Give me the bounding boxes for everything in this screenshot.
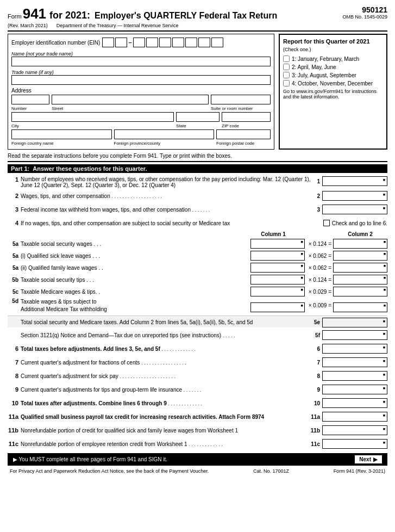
line2-input[interactable] [322, 191, 387, 201]
line1-desc: Number of employees who received wages, … [21, 176, 317, 188]
line7-label: 7 [317, 360, 320, 366]
line5aii-num: 5a [8, 265, 21, 271]
line5d-col1[interactable] [250, 302, 305, 312]
line6-input[interactable] [322, 344, 387, 354]
quarter-title: Report for this Quarter of 2021 [283, 38, 383, 45]
line9-label: 9 [317, 387, 320, 393]
col1-header: Column 1 [246, 231, 300, 237]
name-label: Name (not your trade name) [11, 51, 73, 57]
foreign-province[interactable] [114, 129, 215, 139]
ein-box-3[interactable] [133, 38, 145, 47]
line11a-label: 11a [311, 414, 320, 420]
address-state[interactable] [176, 112, 220, 122]
quarter-2-checkbox[interactable] [283, 64, 290, 70]
line5f-desc: Section 3121(q) Notice and Demand—Tax du… [21, 332, 315, 338]
quarter-4-checkbox[interactable] [283, 80, 290, 86]
address-zip[interactable] [222, 112, 271, 122]
line5b-col2[interactable] [333, 275, 387, 284]
line5a-col2[interactable] [333, 239, 387, 249]
line11b-label: 11b [311, 428, 320, 434]
line6-num: 6 [8, 345, 21, 352]
line4-desc: If no wages, tips, and other compensatio… [21, 220, 323, 226]
next-arrow-icon: ▶ [373, 456, 378, 462]
line5b-desc: Taxable social security tips . . . [21, 277, 250, 283]
suite-label: Suite or room number [211, 106, 253, 111]
line5a-col1[interactable] [250, 239, 305, 249]
name-input[interactable] [11, 57, 271, 66]
line11c-label: 11c [311, 441, 320, 447]
line6-desc: Total taxes before adjustments. Add line… [21, 346, 317, 352]
line10-input[interactable] [322, 398, 387, 408]
line5ai-num: 5a [8, 253, 21, 259]
line11a-input[interactable] [322, 412, 387, 422]
line2-num: 2 [8, 193, 21, 199]
line5f-input[interactable] [322, 330, 387, 340]
line8-num: 8 [8, 373, 21, 379]
line7-desc: Current quarter's adjustment for fractio… [21, 360, 317, 366]
line5c-col2[interactable] [333, 287, 387, 296]
line4-checkbox[interactable] [323, 220, 330, 226]
next-button[interactable]: Next ▶ [355, 455, 382, 463]
instructions-text: Read the separate instructions before yo… [8, 153, 387, 159]
line2-desc: Wages, tips, and other compensation . . … [21, 193, 317, 199]
line5c-multiplier: × 0.029 = [309, 289, 331, 295]
footer-privacy: For Privacy Act and Paperwork Reduction … [10, 468, 209, 474]
line7-input[interactable] [322, 357, 387, 367]
ein-box-9[interactable] [211, 38, 223, 47]
line3-input[interactable] [322, 205, 387, 214]
line5b-col1[interactable] [250, 275, 305, 284]
line5ai-col1[interactable] [250, 251, 305, 261]
line3-label: 3 [317, 207, 320, 213]
address-suite[interactable] [211, 95, 271, 104]
line5ai-row: 5a (i) Qualified sick leave wages . . . … [8, 250, 387, 261]
ein-box-8[interactable] [198, 38, 210, 47]
line5aii-col2[interactable] [333, 263, 387, 273]
line5c-col1[interactable] [250, 287, 305, 296]
ein-box-4[interactable] [146, 38, 158, 47]
line11c-input[interactable] [322, 439, 387, 449]
foreign-country[interactable] [11, 129, 112, 139]
line5c-desc: Taxable Medicare wages & tips. . [21, 289, 250, 295]
form-year: for 2021: [49, 10, 90, 21]
trade-input[interactable] [11, 75, 271, 85]
line5aii-multiplier: × 0.062 = [309, 265, 331, 271]
line11c-desc: Nonrefundable portion of employee retent… [21, 441, 311, 447]
line5d-col2[interactable] [333, 302, 387, 312]
line7-num: 7 [8, 359, 21, 366]
col2-header: Column 2 [333, 231, 387, 237]
line11b-input[interactable] [322, 425, 387, 435]
line5b-multiplier: × 0.124 = [309, 277, 331, 283]
ein-label: Employer identification number (EIN) [11, 40, 100, 46]
quarter-3-checkbox[interactable] [283, 72, 290, 78]
line3-desc: Federal income tax withheld from wages, … [21, 207, 317, 213]
line5ai-col2[interactable] [333, 251, 387, 261]
address-street[interactable] [52, 95, 209, 104]
line5c-num: 5c [8, 289, 21, 295]
line9-input[interactable] [322, 385, 387, 394]
quarter-1-label: 1: January, February, March [292, 56, 359, 62]
line5aii-col1[interactable] [250, 263, 305, 273]
line8-input[interactable] [322, 371, 387, 381]
ein-box-5[interactable] [159, 38, 171, 47]
line5d-num: 5d [8, 298, 21, 304]
quarter-4-label: 4: October, November, December [292, 81, 373, 86]
line5a-row: 5a Taxable social security wages . . . ×… [8, 238, 387, 249]
line1-input[interactable] [322, 176, 387, 186]
line11a-desc: Qualified small business payroll tax cre… [21, 414, 311, 420]
foreign-postal[interactable] [216, 129, 271, 139]
address-number[interactable] [11, 95, 49, 104]
ein-box-6[interactable] [172, 38, 184, 47]
ein-box-1[interactable] [102, 38, 114, 47]
line5a-desc: Taxable social security wages . . . [21, 241, 250, 247]
quarter-1-checkbox[interactable] [283, 55, 290, 62]
address-city[interactable] [11, 112, 174, 122]
state-label: State [176, 123, 186, 128]
ein-box-2[interactable] [115, 38, 127, 47]
ein-box-7[interactable] [185, 38, 197, 47]
form-title: Employer's QUARTERLY Federal Tax Return [95, 11, 277, 21]
line11c-num: 11c [8, 441, 21, 447]
line5d-multiplier: × 0.009 = [309, 302, 331, 308]
line9-desc: Current quarter's adjustments for tips a… [21, 387, 317, 393]
line5e-input[interactable] [322, 318, 387, 327]
quarter-check-one: (Check one.) [283, 47, 383, 52]
